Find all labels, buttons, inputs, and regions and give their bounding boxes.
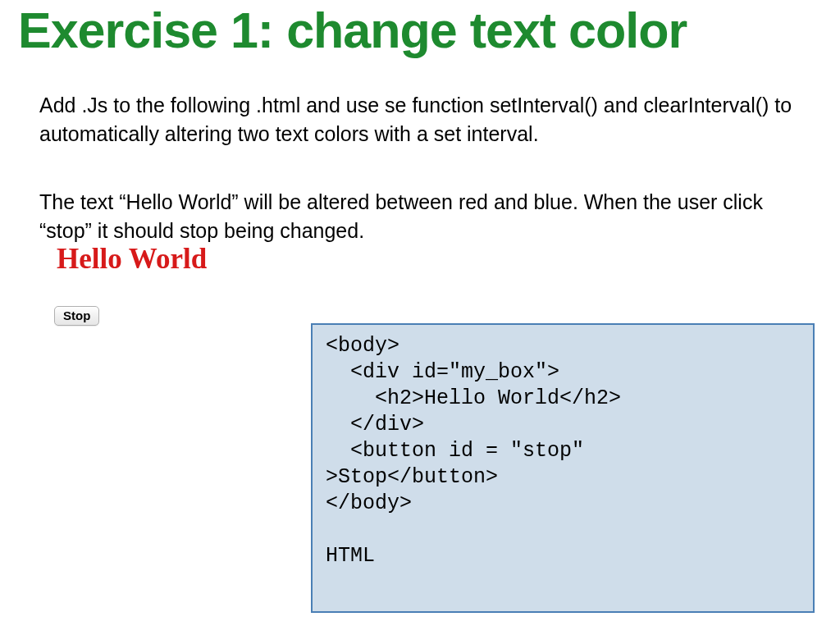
description-paragraph-1: Add .Js to the following .html and use s… <box>39 91 794 148</box>
slide-title: Exercise 1: change text color <box>18 2 687 59</box>
code-snippet-content: <body> <div id="my_box"> <h2>Hello World… <box>326 333 800 569</box>
hello-world-text: Hello World <box>57 243 207 276</box>
code-snippet-box: <body> <div id="my_box"> <h2>Hello World… <box>311 323 815 613</box>
exercise-description: Add .Js to the following .html and use s… <box>39 91 794 245</box>
stop-button[interactable]: Stop <box>54 306 99 326</box>
description-paragraph-2: The text “Hello World” will be altered b… <box>39 188 794 245</box>
